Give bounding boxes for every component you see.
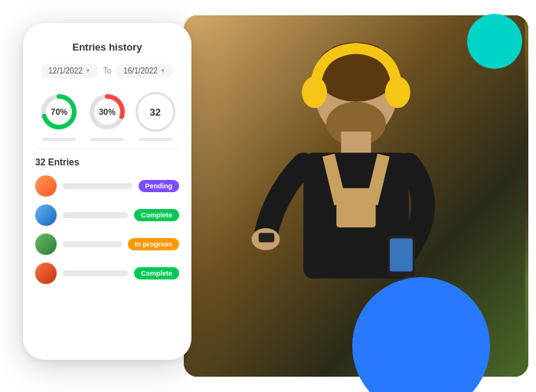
- number-circle: 32: [136, 92, 175, 132]
- divider: [35, 149, 179, 149]
- entry-name-bar: [63, 241, 122, 247]
- chart3-underline: [139, 138, 172, 141]
- donut-red: 30%: [87, 92, 127, 132]
- date-to-picker[interactable]: 16/1/2022 ▼: [116, 64, 173, 78]
- svg-rect-12: [259, 233, 275, 242]
- chevron-down-icon-2: ▼: [160, 67, 166, 74]
- chart2-underline: [90, 138, 124, 141]
- chart-70-percent: 70%: [39, 92, 79, 141]
- avatar: [35, 263, 57, 284]
- date-from-picker[interactable]: 12/1/2022 ▼: [41, 64, 98, 78]
- chevron-down-icon: ▼: [85, 67, 91, 74]
- entry-row: In progress: [35, 234, 179, 255]
- decorative-teal-circle: [467, 14, 522, 69]
- avatar: [35, 175, 57, 197]
- svg-rect-4: [342, 132, 371, 155]
- phone-mockup: Entries history 12/1/2022 ▼ To 16/1/2022…: [23, 23, 191, 360]
- donut-green-label: 70%: [51, 107, 67, 116]
- phone-title: Entries history: [35, 41, 179, 53]
- entry-row: Pending: [35, 175, 179, 197]
- avatar: [35, 204, 57, 226]
- chart1-underline: [42, 138, 76, 141]
- status-badge: Complete: [134, 209, 179, 221]
- charts-row: 70% 30% 32: [35, 92, 179, 141]
- date-from-value: 12/1/2022: [48, 67, 83, 75]
- svg-point-10: [302, 77, 327, 108]
- chart-30-percent: 30%: [87, 92, 127, 141]
- entries-count: 32 Entries: [35, 157, 179, 168]
- donut-red-label: 30%: [99, 107, 116, 116]
- status-badge: In progress: [128, 238, 179, 250]
- svg-rect-6: [336, 188, 375, 227]
- entry-name-bar: [63, 270, 128, 276]
- entry-name-bar: [63, 212, 128, 218]
- date-separator: To: [103, 67, 112, 75]
- date-range-row: 12/1/2022 ▼ To 16/1/2022 ▼: [35, 64, 179, 78]
- entry-row: Complete: [35, 204, 179, 226]
- status-badge: Pending: [139, 180, 180, 192]
- svg-rect-8: [390, 238, 413, 271]
- donut-green: 70%: [39, 92, 79, 132]
- avatar: [35, 234, 57, 255]
- entry-row: Complete: [35, 263, 179, 284]
- status-badge: Complete: [134, 267, 179, 279]
- date-to-value: 16/1/2022: [123, 67, 158, 75]
- entry-list: Pending Complete In progress Complete: [35, 175, 179, 284]
- svg-point-11: [385, 77, 410, 108]
- entry-name-bar: [63, 183, 132, 189]
- chart-number-32: 32: [136, 92, 175, 141]
